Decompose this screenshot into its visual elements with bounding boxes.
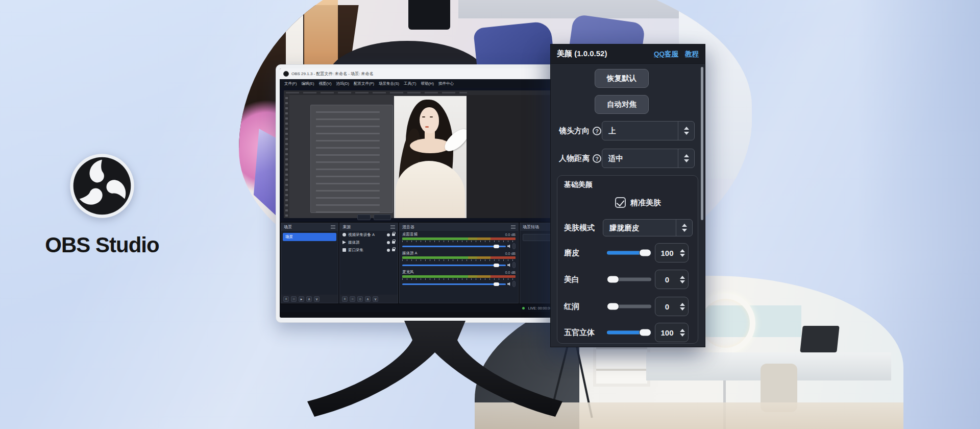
menu-item[interactable]: 场景集合(S): [379, 81, 399, 86]
scenes-dock-title: 场景: [284, 224, 292, 230]
slider-track[interactable]: [607, 331, 651, 335]
visibility-eye-icon[interactable]: [387, 241, 390, 244]
spinner-arrows-icon[interactable]: [679, 276, 688, 283]
lock-icon[interactable]: [392, 233, 395, 236]
slider-handle[interactable]: [639, 329, 651, 337]
value-spinbox[interactable]: 0: [655, 297, 689, 316]
channel-options-button[interactable]: [512, 262, 516, 268]
volume-slider-handle[interactable]: [494, 264, 499, 267]
person-distance-select[interactable]: 适中: [602, 149, 695, 168]
volume-slider[interactable]: [402, 265, 506, 266]
menu-item[interactable]: 编辑(E): [302, 81, 314, 86]
volume-slider-handle[interactable]: [494, 245, 499, 248]
source-list-item[interactable]: 视频采集设备 A: [340, 231, 398, 239]
slider-track[interactable]: [607, 278, 651, 281]
menu-item[interactable]: 视图(V): [319, 81, 332, 86]
settings-icon[interactable]: ○: [357, 296, 363, 302]
slider-label: 美白: [564, 275, 579, 284]
spinner-arrows-icon[interactable]: [679, 303, 688, 311]
move-down-icon[interactable]: ∨: [373, 296, 378, 302]
restore-default-button[interactable]: 恢复默认: [595, 69, 649, 88]
menu-item[interactable]: 文件(F): [284, 81, 297, 86]
speaker-icon[interactable]: [507, 245, 511, 248]
obs-logo-icon: [69, 153, 135, 219]
add-icon[interactable]: +: [342, 296, 348, 302]
channel-options-button[interactable]: [512, 243, 516, 249]
channel-level: 0.0 dB: [505, 252, 516, 255]
preview-control-chip[interactable]: [374, 214, 391, 220]
volume-slider[interactable]: [402, 283, 506, 285]
precise-skin-checkbox[interactable]: [615, 197, 626, 208]
help-icon[interactable]: ?: [593, 154, 601, 163]
chevron-updown-icon: [676, 220, 692, 236]
channel-level: 0.0 dB: [505, 271, 516, 274]
sources-toolbar: + − ○ ∧ ∨: [340, 295, 398, 303]
portrait-image: [394, 96, 467, 218]
add-icon[interactable]: +: [283, 296, 289, 302]
channel-options-button[interactable]: [512, 281, 516, 287]
obs-studio-wordmark: OBS Studio: [31, 233, 174, 257]
monitor-screen: OBS 29.1.3 - 配置文件: 未命名 - 场景: 未命名 文件(F)编辑…: [280, 68, 589, 318]
preview-control-chip[interactable]: [357, 214, 371, 220]
slider-track[interactable]: [607, 305, 651, 308]
volume-slider-handle[interactable]: [494, 282, 499, 286]
visibility-eye-icon[interactable]: [387, 233, 390, 236]
skin-mode-label: 美肤模式: [564, 223, 595, 233]
dock-menu-icon[interactable]: [331, 225, 335, 229]
visibility-eye-icon[interactable]: [387, 249, 390, 252]
properties-icon[interactable]: ▸: [299, 296, 304, 302]
slider-handle[interactable]: [639, 249, 651, 257]
obs-branding: OBS Studio: [31, 153, 174, 257]
menu-item[interactable]: 配置文件(P): [354, 81, 374, 86]
audio-meter: [402, 256, 516, 259]
beauty-slider-row: 红润0: [551, 297, 705, 316]
person-distance-label: 人物距离 ?: [559, 154, 601, 163]
source-list-item[interactable]: 窗口采集: [340, 246, 398, 254]
menu-item[interactable]: 帮助(H): [421, 81, 434, 86]
lock-icon[interactable]: [392, 249, 395, 251]
help-icon[interactable]: ?: [593, 127, 601, 135]
camera-direction-select[interactable]: 上: [602, 121, 695, 140]
slider-handle[interactable]: [607, 276, 619, 283]
menu-item[interactable]: 工具(T): [404, 81, 416, 86]
remove-icon[interactable]: −: [291, 296, 297, 302]
autofocus-button[interactable]: 自动对焦: [595, 95, 649, 114]
menu-item[interactable]: 泊坞(D): [336, 81, 349, 86]
move-up-icon[interactable]: ∧: [306, 296, 312, 302]
channel-name: 麦克风: [402, 270, 414, 275]
speaker-icon[interactable]: [507, 282, 511, 286]
remove-icon[interactable]: −: [350, 296, 355, 302]
tutorial-link[interactable]: 教程: [685, 50, 699, 59]
source-list-item[interactable]: 媒体源: [340, 239, 398, 246]
source-type-icon: [342, 233, 346, 236]
speaker-icon[interactable]: [507, 264, 511, 267]
sources-dock: 来源 视频采集设备 A媒体源窗口采集 + − ○ ∧ ∨: [339, 223, 398, 303]
menu-item[interactable]: 插件中心: [438, 81, 454, 86]
move-down-icon[interactable]: ∨: [314, 296, 320, 302]
obs-menubar: 文件(F)编辑(E)视图(V)泊坞(D)配置文件(P)场景集合(S)工具(T)帮…: [280, 79, 589, 88]
spinner-arrows-icon[interactable]: [679, 249, 688, 257]
beauty-panel-titlebar: 美颜 (1.0.0.52) QQ客服 教程: [551, 44, 705, 64]
meter-ticks: [402, 241, 516, 242]
dock-menu-icon[interactable]: [390, 225, 395, 229]
channel-name: 媒体源 A: [402, 251, 418, 256]
panel-scrollbar[interactable]: [701, 67, 703, 220]
beauty-plugin-panel: 美颜 (1.0.0.52) QQ客服 教程 恢复默认 自动对焦 镜头方向 ? 上…: [550, 44, 705, 347]
value-spinbox[interactable]: 100: [655, 323, 689, 342]
audio-meter: [402, 237, 516, 240]
qq-support-link[interactable]: QQ客服: [654, 50, 678, 59]
lock-icon[interactable]: [392, 241, 395, 244]
move-up-icon[interactable]: ∧: [365, 296, 371, 302]
skin-mode-select[interactable]: 朦胧磨皮: [603, 219, 693, 236]
slider-handle[interactable]: [607, 303, 619, 311]
value-spinbox[interactable]: 100: [655, 243, 689, 263]
spinner-arrows-icon[interactable]: [679, 329, 688, 337]
volume-slider[interactable]: [402, 246, 506, 247]
meter-ticks: [402, 259, 516, 261]
chevron-updown-icon: [678, 122, 694, 140]
dock-menu-icon[interactable]: [511, 225, 516, 229]
slider-track[interactable]: [607, 251, 651, 255]
value-spinbox[interactable]: 0: [655, 270, 689, 289]
channel-name: 桌面音频: [402, 232, 418, 237]
scene-list-item[interactable]: 场景: [283, 233, 336, 241]
